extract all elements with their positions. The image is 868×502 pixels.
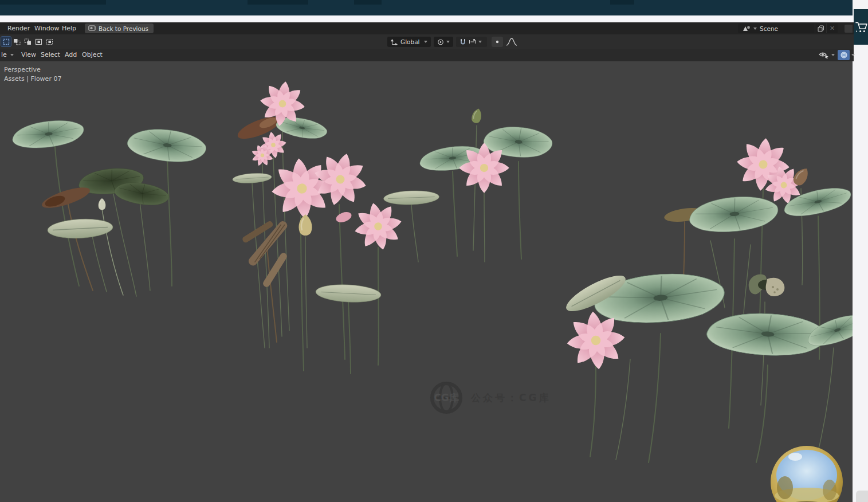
band-shadow: [610, 0, 634, 5]
select-extend-icon: [13, 38, 21, 45]
select-invert-icon: [35, 38, 42, 45]
chevron-down-icon: [10, 54, 14, 56]
back-to-previous-button[interactable]: Back to Previous: [85, 23, 154, 33]
page-corner-element: [856, 491, 868, 502]
select-mode-intersect-button[interactable]: [45, 37, 54, 46]
menu-render[interactable]: Render: [5, 24, 33, 33]
transform-orientation-icon: [391, 38, 398, 45]
tool-settings-bar: Global: [0, 34, 854, 49]
lotus-scene-canvas[interactable]: [0, 61, 853, 502]
select-mode-extend-button[interactable]: [12, 37, 22, 46]
projection-overlay-label: Perspective: [4, 66, 41, 73]
select-mode-subtract-button[interactable]: [23, 37, 33, 46]
new-scene-button[interactable]: [815, 23, 826, 33]
back-to-previous-screen-icon: [88, 25, 96, 32]
pivot-point-dropdown[interactable]: [434, 37, 453, 47]
watermark-globe-icon: CG库: [430, 381, 463, 414]
gizmo-visibility-icon: [818, 50, 830, 59]
snap-target-icon: [469, 38, 476, 45]
snapping-dropdown[interactable]: [456, 37, 487, 47]
hdri-preview-sphere: [771, 446, 843, 502]
band-shadow: [354, 0, 382, 5]
cart-button[interactable]: [854, 9, 868, 45]
watermark: CG库 公众号：CG库: [430, 381, 551, 414]
scene-selector-group: Scene ✕: [738, 23, 838, 33]
chevron-down-icon: [831, 54, 835, 56]
falloff-curve-icon: [505, 37, 518, 47]
falloff-curve-button[interactable]: [505, 37, 518, 49]
select-set-icon: [3, 38, 10, 45]
scene-selector[interactable]: Scene: [738, 23, 815, 33]
menu-select[interactable]: Select: [41, 51, 60, 58]
chevron-down-icon: [446, 41, 450, 43]
chevron-down-icon: [753, 28, 757, 30]
select-mode-set-button[interactable]: [1, 37, 11, 46]
new-scene-icon: [818, 25, 824, 32]
unlink-scene-button[interactable]: ✕: [826, 23, 838, 33]
select-subtract-icon: [24, 38, 32, 45]
transform-orientation-dropdown[interactable]: Global: [387, 37, 431, 47]
clipped-toolbar-icon: [845, 25, 853, 33]
band-shadow: [248, 0, 308, 5]
pivot-point-icon: [437, 38, 444, 46]
screen: Render Window Help Back to Previous Scen…: [0, 0, 868, 502]
browser-band: [0, 0, 855, 15]
snap-magnet-icon: [459, 38, 466, 45]
proportional-editing-button[interactable]: [492, 37, 503, 47]
menu-help[interactable]: Help: [59, 24, 79, 33]
lotus-seed-pod: [749, 274, 785, 296]
scene-icon: [743, 25, 751, 32]
page-background-strip: [853, 0, 868, 502]
scene-name: Scene: [760, 25, 778, 32]
viewport-header: le View Select Add Object: [0, 49, 854, 61]
select-mode-invert-button[interactable]: [34, 37, 44, 46]
lotus-cluster-center-left: [232, 79, 406, 374]
chevron-down-icon: [424, 41, 427, 43]
mode-label: le: [1, 51, 7, 58]
back-to-previous-label: Back to Previous: [99, 25, 148, 32]
menu-view[interactable]: View: [21, 51, 36, 58]
proportional-editing-icon: [494, 39, 500, 45]
watermark-text: 公众号：CG库: [471, 391, 551, 405]
select-intersect-icon: [46, 38, 53, 45]
menu-object[interactable]: Object: [82, 51, 103, 58]
chevron-down-icon: [851, 54, 855, 56]
orientation-label: Global: [400, 38, 420, 45]
svg-text:CG库: CG库: [434, 392, 458, 403]
chevron-down-icon: [478, 41, 482, 43]
mode-dropdown-clipped[interactable]: le: [1, 51, 14, 58]
lotus-cluster-center: [383, 107, 553, 262]
viewport-shading-rendered-icon: [840, 51, 848, 59]
shopping-cart-icon: [854, 18, 868, 36]
menu-window[interactable]: Window: [32, 24, 62, 33]
lotus-cluster-right: [562, 135, 853, 462]
page-gap-strip: [0, 15, 855, 22]
menu-add[interactable]: Add: [65, 51, 77, 58]
breadcrumb: Assets | Flower 07: [4, 75, 61, 83]
viewport-shading-button[interactable]: [838, 50, 850, 60]
gizmo-visibility-dropdown[interactable]: [818, 50, 835, 59]
blender-topbar: Render Window Help Back to Previous Scen…: [0, 22, 854, 34]
lotus-cluster-left: [11, 117, 208, 296]
band-shadow: [0, 0, 106, 5]
viewport-3d[interactable]: Perspective Assets | Flower 07: [0, 61, 853, 502]
